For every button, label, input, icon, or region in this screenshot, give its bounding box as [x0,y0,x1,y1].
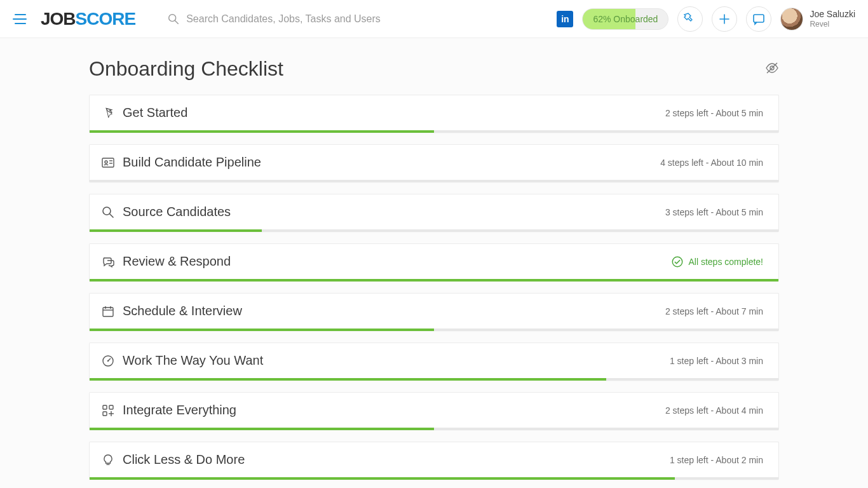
search-input[interactable] [186,13,557,25]
checklist-item-title: Integrate Everything [123,403,236,417]
progress-bar [90,378,778,381]
checklist-item-title: Get Started [123,105,187,120]
checklist-item[interactable]: Work The Way You Want1 step left - About… [89,342,779,381]
pin-icon [683,12,697,26]
avatar [780,8,803,30]
checklist-item-status: 1 step left - About 3 min [670,356,763,366]
checklist-item-status: 2 steps left - About 4 min [665,405,763,416]
pin-button[interactable] [677,6,703,32]
checklist-item-status: All steps complete! [671,255,764,268]
progress-bar [90,130,778,133]
linkedin-button[interactable]: in [557,11,573,27]
progress-fill [90,428,434,430]
checklist-item[interactable]: Get Started2 steps left - About 5 min [89,95,779,133]
global-search[interactable] [167,13,557,25]
checklist-item[interactable]: Schedule & Interview2 steps left - About… [89,293,779,331]
bulb-icon [101,453,115,467]
menu-toggle-button[interactable] [13,11,28,27]
search-icon [101,205,115,219]
checklist-item-status: 1 step left - About 2 min [670,455,763,465]
checklist-item-title: Schedule & Interview [123,304,242,318]
progress-bar [90,279,778,281]
eye-off-icon [765,61,779,75]
add-button[interactable] [712,6,737,32]
app-header: JOBSCORE in 62% Onboarded Joe Saluzki Re… [0,0,868,38]
hide-checklist-button[interactable] [765,61,779,78]
checklist-item-status: 2 steps left - About 5 min [665,108,763,118]
user-menu[interactable]: Joe Saluzki Revel [780,8,855,30]
user-name: Joe Saluzki [810,9,855,20]
grid-icon [101,403,115,417]
progress-bar [90,428,778,430]
progress-fill [90,477,675,480]
progress-bar [90,477,778,480]
progress-fill [90,279,778,281]
checklist-item-title: Click Less & Do More [123,452,245,467]
brand-logo[interactable]: JOBSCORE [41,9,135,29]
main-content: Onboarding Checklist Get Started2 steps … [0,38,868,488]
id-card-icon [101,156,115,170]
checklist-item-status: 4 steps left - About 10 min [660,158,763,168]
search-icon [167,13,180,25]
plus-icon [717,12,731,26]
progress-bar [90,329,778,331]
progress-bar [90,229,778,232]
checklist: Get Started2 steps left - About 5 minBui… [89,95,779,480]
checklist-item[interactable]: Source Candidates3 steps left - About 5 … [89,194,779,232]
checklist-item-title: Work The Way You Want [123,353,263,368]
onboarding-progress-badge[interactable]: 62% Onboarded [582,8,668,30]
header-actions: in 62% Onboarded Joe Saluzki Revel [557,6,855,32]
pointer-icon [101,106,115,120]
messages-button[interactable] [746,6,771,32]
checklist-item-title: Source Candidates [123,205,231,219]
progress-fill [90,229,262,232]
checklist-item-status: 2 steps left - About 7 min [665,306,763,316]
progress-fill [90,329,434,331]
check-circle-icon [671,255,684,268]
gauge-icon [101,354,115,368]
checklist-item-status: 3 steps left - About 5 min [665,207,763,217]
checklist-item[interactable]: Click Less & Do More1 step left - About … [89,442,779,480]
checklist-item-title: Review & Respond [123,254,231,269]
page-title: Onboarding Checklist [89,57,283,81]
chatbox-icon [752,12,766,26]
progress-bar [90,180,778,182]
calendar-icon [101,304,115,318]
checklist-item-title: Build Candidate Pipeline [123,155,261,170]
checklist-item[interactable]: Integrate Everything2 steps left - About… [89,392,779,430]
brand-part2: SCORE [76,9,136,29]
progress-fill [90,378,606,381]
checklist-item[interactable]: Build Candidate Pipeline4 steps left - A… [89,144,779,182]
checklist-item[interactable]: Review & RespondAll steps complete! [89,243,779,281]
user-company: Revel [810,20,855,29]
chat-icon [101,255,115,269]
progress-fill [90,130,434,133]
brand-part1: JOB [41,9,76,29]
